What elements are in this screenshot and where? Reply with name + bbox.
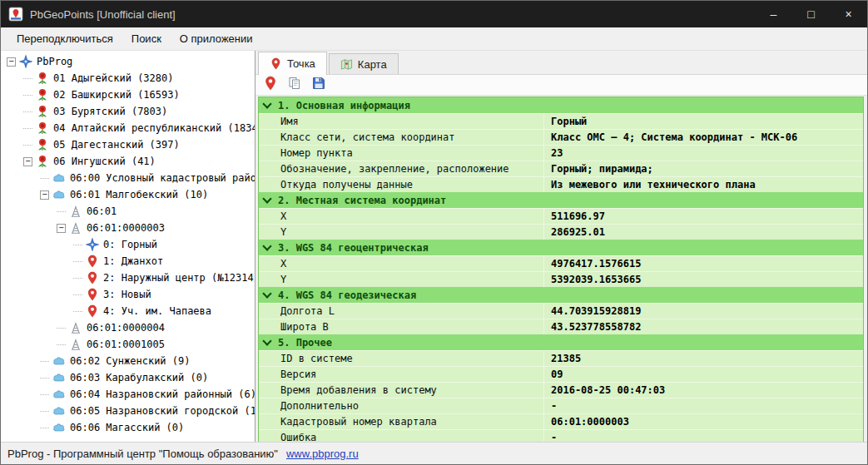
window-title: PbGeoPoints [Unofficial client]	[30, 8, 755, 21]
property-row[interactable]: Y286925.01	[259, 224, 863, 240]
property-row[interactable]: Y5392039.1653665	[259, 271, 863, 287]
tree-item[interactable]: 4: Уч. им. Чапаева	[1, 303, 255, 319]
save-button[interactable]	[310, 77, 327, 93]
tower-icon	[69, 338, 82, 351]
property-label: Обозначение, закрепление, расположение	[259, 161, 543, 176]
tree-connector	[23, 145, 32, 146]
tree-item[interactable]: 06:02 Сунженский (9)	[1, 353, 255, 369]
property-row[interactable]: Обозначение, закрепление, расположениеГо…	[259, 161, 863, 176]
property-row[interactable]: Версия09	[259, 366, 863, 382]
tree-item[interactable]: 06:01	[1, 203, 255, 220]
detail-panel: ТочкаКарта 1. Основная информацияИмяГорн…	[255, 51, 867, 442]
tree-item[interactable]: 04 Алтайский республиканский (1834)	[1, 120, 255, 136]
tree-connector	[23, 128, 32, 129]
tree-item[interactable]: 06:05 Назрановский городской (14)	[1, 403, 255, 419]
tab-label: Точка	[287, 57, 315, 70]
tree-item[interactable]: 06:01:0001005	[1, 336, 255, 353]
tree-item[interactable]: 01 Адыгейский (3280)	[1, 70, 255, 87]
section-header[interactable]: 1. Основная информация	[259, 97, 863, 113]
district-icon	[52, 371, 66, 384]
menu-item-reconnect[interactable]: Переподключиться	[7, 29, 122, 48]
property-row[interactable]: ID в системе21385	[259, 350, 863, 366]
property-row[interactable]: Кадастровый номер квартала06:01:0000003	[259, 413, 863, 429]
tree-item[interactable]: −06:01 Малгобекский (10)	[1, 186, 255, 203]
district-icon	[52, 354, 66, 368]
tree-item[interactable]: 05 Дагестанский (397)	[1, 136, 255, 153]
property-row[interactable]: ИмяГорный	[259, 113, 863, 129]
tree-item[interactable]: 02 Башкирский (16593)	[1, 87, 255, 103]
property-row[interactable]: Долгота L44.703915928819	[259, 303, 863, 319]
tree-item[interactable]: −PbProg	[1, 53, 255, 70]
copy-button[interactable]	[286, 77, 303, 93]
status-link[interactable]: www.pbprog.ru	[286, 448, 359, 460]
close-button[interactable]: ×	[830, 1, 867, 27]
tree-connector	[40, 428, 49, 428]
tree-item[interactable]: 0: Горный	[1, 236, 255, 253]
property-label: Y	[259, 225, 543, 240]
property-label: Дополнительно	[259, 398, 543, 413]
property-value: 23	[543, 146, 863, 161]
tab-map[interactable]: Карта	[329, 53, 399, 74]
point-toolbar	[255, 75, 867, 96]
chevron-down-icon	[262, 336, 271, 345]
tree-connector	[57, 328, 66, 329]
menu-item-about[interactable]: О приложении	[171, 29, 262, 48]
tree-expander[interactable]: −	[23, 157, 32, 166]
property-row[interactable]: Широта B43.523778558782	[259, 319, 863, 334]
tree-item[interactable]: −06:01:0000003	[1, 220, 255, 236]
property-row[interactable]: X4976417.1576615	[259, 255, 863, 271]
property-value: 5392039.1653665	[543, 272, 863, 287]
tree-item[interactable]: 03 Бурятский (7803)	[1, 103, 255, 120]
menu-item-search[interactable]: Поиск	[122, 29, 171, 48]
tree-item[interactable]: 2: Наружный центр (№12314)	[1, 270, 255, 286]
tree-connector	[73, 261, 82, 262]
copy-icon	[287, 76, 302, 94]
map-icon	[340, 58, 353, 71]
section-header[interactable]: 4. WGS 84 геодезическая	[259, 287, 863, 303]
section-header[interactable]: 3. WGS 84 геоцентрическая	[259, 240, 863, 255]
tree-item-label: 06:01 Малгобекский (10)	[70, 189, 208, 200]
tree-expander[interactable]: −	[57, 224, 66, 233]
property-row[interactable]: Класс сети, система координатКласс ОМС –…	[259, 129, 863, 145]
tree-item[interactable]: 3: Новый	[1, 286, 255, 303]
property-value: Горный; пирамида;	[543, 161, 863, 176]
property-row[interactable]: Время добавления в систему2016-08-25 00:…	[259, 382, 863, 398]
tree-item[interactable]: −06 Ингушский (41)	[1, 153, 255, 170]
property-label: X	[259, 209, 543, 224]
property-row[interactable]: Номер пункта23	[259, 145, 863, 161]
tree-item-label: 06:06 Магасский (0)	[70, 422, 184, 433]
property-value: 09	[543, 367, 863, 382]
tree-expander[interactable]: −	[40, 190, 49, 200]
property-row[interactable]: Откуда получены данныеИз межевого или те…	[259, 176, 863, 192]
minimize-button[interactable]: –	[755, 1, 792, 27]
tree-item[interactable]: 06:06 Магасский (0)	[1, 419, 255, 436]
property-label: X	[259, 256, 543, 271]
section-header[interactable]: 2. Местная система координат	[259, 192, 863, 208]
tab-point[interactable]: Точка	[258, 52, 327, 75]
property-row[interactable]: Дополнительно-	[259, 398, 863, 413]
tree-item[interactable]: 1: Джанхот	[1, 253, 255, 270]
tree-item-label: 4: Уч. им. Чапаева	[103, 305, 211, 317]
section-title: 3. WGS 84 геоцентрическая	[278, 242, 429, 254]
locate-point-button[interactable]	[262, 77, 279, 93]
property-row[interactable]: X511696.97	[259, 208, 863, 224]
maximize-button[interactable]: □	[792, 1, 830, 27]
pin-icon	[86, 288, 99, 301]
app-icon	[8, 7, 23, 22]
property-label: Номер пункта	[259, 146, 543, 161]
property-table-wrap: 1. Основная информацияИмяГорныйКласс сет…	[255, 96, 867, 442]
tree-item[interactable]: 06:00 Условный кадастровый район	[1, 170, 255, 186]
property-label: Время добавления в систему	[259, 383, 543, 398]
tree-item[interactable]: 06:03 Карабулакский (0)	[1, 369, 255, 386]
tree-item[interactable]: 06:01:0000004	[1, 319, 255, 336]
tree-item-label: 0: Горный	[103, 239, 157, 250]
section-title: 5. Прочее	[278, 337, 332, 349]
tree-connector	[73, 245, 82, 245]
tower-icon	[69, 321, 82, 334]
main-area: −PbProg01 Адыгейский (3280)02 Башкирский…	[1, 51, 867, 442]
region-tree[interactable]: −PbProg01 Адыгейский (3280)02 Башкирский…	[1, 51, 255, 442]
section-header[interactable]: 5. Прочее	[259, 334, 863, 350]
property-label: Кадастровый номер квартала	[259, 414, 543, 429]
tree-item[interactable]: 06:04 Назрановский районный (6)	[1, 386, 255, 403]
tree-expander[interactable]: −	[7, 57, 16, 67]
